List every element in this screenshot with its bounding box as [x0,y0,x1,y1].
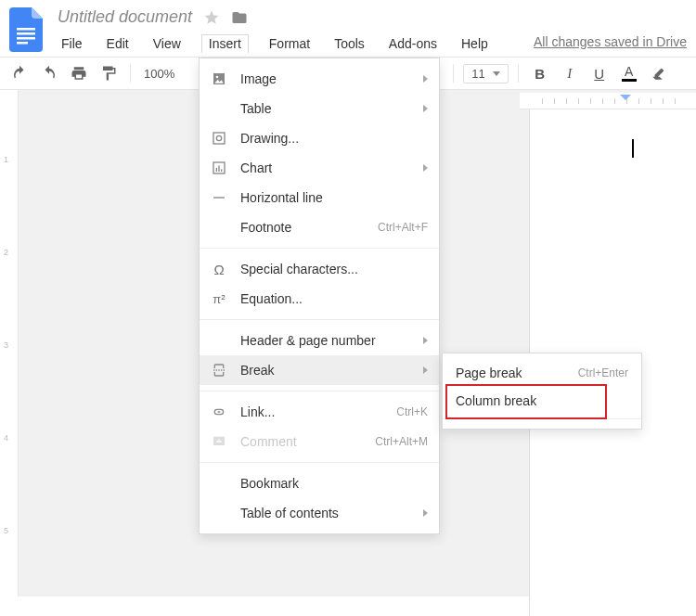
svg-rect-1 [17,32,35,35]
submenu-arrow-icon [423,337,428,344]
menu-view[interactable]: View [149,34,185,53]
svg-rect-9 [216,168,217,172]
insert-equation[interactable]: π² Equation... [200,284,439,314]
svg-rect-3 [17,42,28,45]
submenu-arrow-icon [423,366,428,374]
menu-addons[interactable]: Add-ons [385,34,441,53]
insert-image[interactable]: Image [200,64,439,94]
svg-rect-12 [213,197,225,198]
svg-rect-2 [17,37,35,40]
caret-down-icon [493,71,500,76]
insert-horizontal-line[interactable]: Horizontal line [200,183,439,212]
insert-header-page-number[interactable]: Header & page number [200,326,439,355]
document-title[interactable]: Untitled document [58,7,192,27]
redo-button[interactable] [37,61,61,85]
svg-rect-0 [17,28,35,31]
print-button[interactable] [67,61,91,85]
insert-table-of-contents[interactable]: Table of contents [200,498,439,528]
break-submenu: Page break Ctrl+Enter Column break [442,353,642,430]
ruler-tick: 3 [4,340,8,350]
insert-break[interactable]: Break [200,355,439,385]
zoom-value: 100% [144,67,174,81]
insert-link[interactable]: Link... Ctrl+K [200,397,439,427]
comment-icon [209,434,229,449]
save-status[interactable]: All changes saved in Drive [534,34,687,53]
svg-rect-6 [213,133,225,144]
text-cursor [632,139,634,158]
insert-chart[interactable]: Chart [200,153,439,183]
chart-icon [209,160,229,175]
hline-icon [209,190,229,205]
horizontal-ruler [520,93,696,109]
submenu-arrow-icon [423,164,428,172]
underline-button[interactable]: U [587,61,612,85]
svg-point-7 [216,135,221,140]
insert-footnote[interactable]: Footnote Ctrl+Alt+F [200,212,439,242]
zoom-select[interactable]: 100% [140,67,178,81]
svg-rect-11 [221,169,222,172]
insert-drawing[interactable]: Drawing... [200,123,439,153]
highlight-button[interactable] [647,61,671,85]
break-page[interactable]: Page break Ctrl+Enter [443,359,641,387]
bold-button[interactable]: B [528,61,552,85]
italic-button[interactable]: I [558,61,582,85]
menu-file[interactable]: File [58,34,86,53]
titlebar: Untitled document File Edit View Insert … [0,0,696,53]
ruler-tick: 2 [4,248,8,257]
submenu-arrow-icon [423,509,428,517]
drawing-icon [209,131,229,146]
submenu-arrow-icon [423,75,428,83]
svg-rect-10 [218,165,219,172]
submenu-arrow-icon [423,105,428,112]
svg-rect-13 [213,437,225,445]
svg-point-5 [216,76,219,79]
menu-format[interactable]: Format [265,34,314,53]
insert-table[interactable]: Table [200,94,439,123]
menu-edit[interactable]: Edit [103,34,133,53]
text-color-button[interactable]: A [617,61,641,85]
ruler-tick: 4 [4,433,8,443]
omega-icon: Ω [209,262,229,277]
font-size-value: 11 [471,67,484,81]
vertical-ruler: 1 2 3 4 5 [0,90,19,597]
pi-icon: π² [209,292,229,306]
menu-help[interactable]: Help [458,34,492,53]
menu-insert[interactable]: Insert [201,34,249,53]
break-icon [209,363,229,378]
insert-bookmark[interactable]: Bookmark [200,468,439,498]
font-size-select[interactable]: 11 [463,64,508,83]
indent-marker-icon[interactable] [620,95,631,100]
link-icon [209,404,229,419]
insert-comment: Comment Ctrl+Alt+M [200,427,439,456]
menubar: File Edit View Insert Format Tools Add-o… [58,34,492,53]
break-column[interactable]: Column break [443,387,641,415]
docs-app-icon[interactable] [9,7,43,52]
image-icon [209,71,229,86]
undo-button[interactable] [7,61,32,85]
ruler-tick: 1 [4,155,8,164]
insert-dropdown: Image Table Drawing... Chart Horizontal … [199,58,440,534]
star-icon[interactable] [203,9,220,29]
insert-special-characters[interactable]: Ω Special characters... [200,254,439,284]
ruler-tick: 5 [4,526,8,535]
paint-format-button[interactable] [97,61,121,85]
menu-tools[interactable]: Tools [330,34,368,53]
move-folder-icon[interactable] [230,9,249,29]
